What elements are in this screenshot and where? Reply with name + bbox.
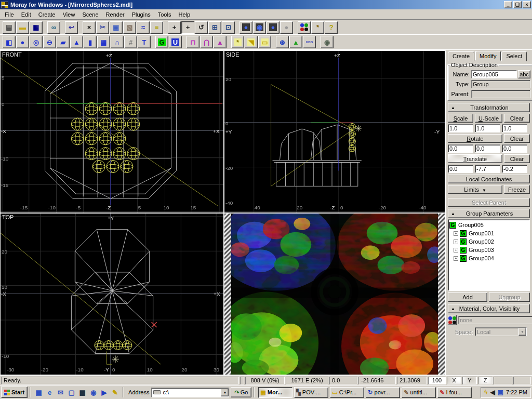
create-disc-button[interactable]: ⊖ (43, 36, 56, 48)
internet-explorer-button[interactable]: e (44, 387, 55, 398)
transformation-header[interactable]: ▲ Transformation (448, 103, 530, 112)
render-scene-button[interactable]: ● (240, 21, 252, 34)
paint-tool-button[interactable]: ✎ (110, 387, 121, 398)
scale-x-input[interactable] (448, 124, 473, 132)
freeze-button[interactable]: Freeze (504, 185, 530, 194)
align-button[interactable]: ≡ (150, 21, 163, 34)
create-sor-button[interactable]: ∩ (111, 36, 124, 48)
create-cone-button[interactable]: ▲ (70, 36, 83, 48)
help-button[interactable]: ? (325, 21, 338, 34)
copy-button[interactable]: ▣ (110, 21, 123, 34)
chevron-down-icon[interactable]: ▼ (221, 389, 229, 396)
group-parameters-header[interactable]: ▲ Group Parameters (448, 209, 530, 218)
abc-button[interactable]: abc (518, 70, 530, 78)
show-desktop-button[interactable]: ▤ (33, 387, 44, 398)
translate-button[interactable]: Translate (448, 154, 502, 163)
task-notepad-button[interactable]: ✎I fou... (437, 387, 472, 398)
tree-item-group001[interactable]: +GGroup001 (454, 229, 528, 237)
plugin-shapes-button[interactable]: ▲ (289, 36, 302, 48)
translate-mode-button[interactable]: + (168, 21, 181, 34)
create-group-button[interactable]: G (155, 36, 168, 48)
zoom-extents-button[interactable]: ⊡ (222, 21, 235, 34)
expand-icon[interactable]: + (454, 240, 458, 244)
uscale-button[interactable]: U-Scale (475, 114, 502, 123)
rotate-mode-button[interactable]: ↺ (195, 21, 208, 34)
close-button[interactable]: × (523, 1, 531, 8)
task-explorer-button[interactable]: ▭C:\Pr... (330, 387, 364, 398)
outlook-button[interactable]: ✉ (55, 387, 66, 398)
address-combo[interactable]: c:\ ▼ (151, 388, 229, 397)
material-editor-button[interactable] (298, 21, 311, 34)
csg-difference-button[interactable]: ⊓ (187, 36, 200, 48)
tree-item-group004[interactable]: +GGroup004 (454, 254, 528, 262)
csg-union-button[interactable]: U (169, 36, 182, 48)
menu-render[interactable]: Render (102, 10, 128, 19)
status-zoom[interactable]: 100 (428, 377, 446, 384)
tree-item-group003[interactable]: +GGroup003 (454, 246, 528, 254)
translate-z-input[interactable] (502, 165, 527, 173)
rotate-x-input[interactable] (448, 144, 473, 153)
axis-x-toggle[interactable]: X (447, 377, 461, 384)
task-povray-button[interactable]: ▚POV-... (294, 387, 328, 398)
task-untitled-button[interactable]: ✎untitl... (402, 387, 436, 398)
task-moray-button[interactable]: ▦Mor... (258, 387, 292, 398)
rotate-z-input[interactable] (502, 144, 527, 153)
clear-rotate-button[interactable]: Clear (504, 134, 530, 143)
menu-scene[interactable]: Scene (78, 10, 102, 19)
plugin-settings-button[interactable]: * (311, 21, 324, 34)
menu-help[interactable]: Help (175, 10, 194, 19)
select-parent-button[interactable]: Select Parent (448, 198, 530, 207)
render-preview-button[interactable]: ∞ (47, 21, 60, 34)
name-input[interactable] (471, 70, 517, 78)
tab-create[interactable]: Create (448, 51, 474, 61)
menu-plugins[interactable]: Plugins (128, 10, 154, 19)
task-povray-render-button[interactable]: ↻povr... (366, 387, 400, 398)
media-tv-button[interactable]: ▢ (66, 387, 77, 398)
rotate-button[interactable]: Rotate (448, 134, 502, 143)
tree-item-root[interactable]: G Group005 (449, 221, 528, 229)
save-file-button[interactable]: ▦ (30, 21, 43, 34)
create-box-button[interactable]: ◧ (3, 36, 16, 48)
create-udo-button[interactable]: UDO (303, 36, 316, 48)
render-stop-button[interactable]: ● (280, 21, 293, 34)
minimize-button[interactable]: _ (504, 1, 512, 8)
undo-button[interactable]: ↩ (65, 21, 78, 34)
spot-light-button[interactable]: ◥ (245, 36, 258, 48)
scale-y-input[interactable] (475, 124, 500, 132)
scale-button[interactable]: Scale (448, 114, 473, 123)
pan-mode-button[interactable]: + (181, 21, 194, 34)
expand-icon[interactable]: + (454, 256, 458, 261)
restore-button[interactable]: ❏ (513, 1, 522, 8)
area-light-button[interactable]: ▭ (258, 36, 271, 48)
network-icon[interactable]: ▣ (498, 389, 503, 396)
translate-x-input[interactable] (448, 165, 473, 173)
menu-create[interactable]: Create (35, 10, 59, 19)
tab-modify[interactable]: Modify (475, 51, 501, 61)
add-button[interactable]: Add (448, 292, 487, 302)
axis-y-toggle[interactable]: Y (462, 377, 477, 384)
material-header[interactable]: ▲ Material, Color, Visibility (448, 304, 530, 313)
open-file-button[interactable]: ▬ (16, 21, 29, 34)
paste-button[interactable]: ▧ (123, 21, 136, 34)
cut-button[interactable]: ✂ (96, 21, 109, 34)
create-sphere-button[interactable]: ● (16, 36, 29, 48)
material-browse-button[interactable] (448, 315, 457, 325)
new-file-button[interactable]: ▤ (3, 21, 16, 34)
tab-select[interactable]: Select (501, 51, 527, 61)
csg-intersection-button[interactable]: ⋂ (200, 36, 213, 48)
clear-translate-button[interactable]: Clear (504, 154, 530, 163)
local-coordinates-button[interactable]: Local Coordinates (448, 175, 530, 183)
axis-z-toggle[interactable]: Z (478, 377, 493, 384)
sweep-button[interactable]: ≈ (137, 21, 150, 34)
point-light-button[interactable]: * (231, 36, 244, 48)
create-cylinder-button[interactable]: ▮ (84, 36, 97, 48)
scale-z-input[interactable] (502, 124, 527, 132)
tree-item-group002[interactable]: +GGroup002 (454, 237, 528, 246)
translate-y-input[interactable] (475, 165, 500, 173)
expand-icon[interactable]: + (454, 231, 458, 236)
go-button[interactable]: ↷ Go (231, 387, 251, 397)
csg-merge-button[interactable]: ▲ (214, 36, 227, 48)
side-viewport[interactable]: SIDE +Z 20 0 -20 -40 +Y 40 20 0 -20 -40 … (224, 50, 445, 213)
rotate-y-input[interactable] (475, 144, 500, 153)
space-select[interactable]: Local ▼ (475, 327, 527, 336)
